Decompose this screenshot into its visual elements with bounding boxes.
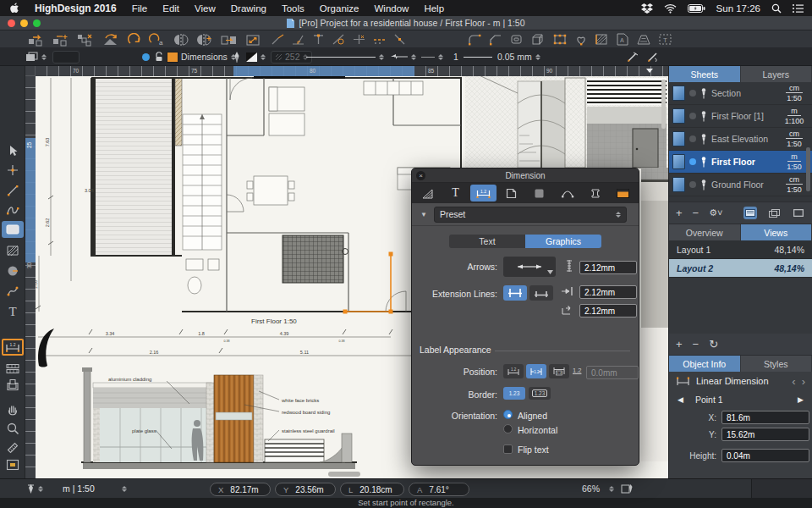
move-copy-icon[interactable]: [28, 33, 45, 47]
line-weight-dropdown[interactable]: 0.05 mm: [497, 48, 540, 65]
sheet-row[interactable]: Ground Floor cm1:50: [669, 174, 812, 196]
selection-handle[interactable]: [343, 310, 348, 314]
fillet-icon[interactable]: [468, 33, 482, 46]
gear-icon[interactable]: ⚙˅: [709, 207, 722, 218]
remove-view-button[interactable]: −: [693, 338, 700, 351]
rotate-icon[interactable]: [128, 33, 141, 47]
line-tool-icon[interactable]: [6, 184, 19, 197]
measure-tool-icon[interactable]: [7, 441, 19, 454]
stepper-icon[interactable]: [41, 54, 47, 60]
endcap-style-dropdown[interactable]: [421, 48, 443, 65]
selected-dimension[interactable]: [343, 252, 393, 314]
position-on-button[interactable]: 1.2: [526, 364, 546, 378]
attributes-icon[interactable]: A: [616, 33, 629, 46]
layer-state-dropdown[interactable]: [25, 48, 47, 65]
x-coordinate-field[interactable]: X82.17m: [210, 483, 271, 496]
offset-icon[interactable]: [510, 33, 524, 46]
extension-overhang-field[interactable]: 2.12mm: [579, 304, 637, 318]
wall-tool-icon[interactable]: [6, 363, 19, 374]
layer-select-dropdown[interactable]: Dimensions: [181, 48, 236, 65]
layer-color-dot[interactable]: [142, 48, 150, 65]
tab-overview[interactable]: Overview: [669, 224, 741, 240]
dimension-tool-icon[interactable]: 1.2: [2, 339, 24, 356]
rotate-copy-icon[interactable]: [102, 33, 120, 47]
active-dot-icon[interactable]: [689, 181, 696, 188]
menu-edit[interactable]: Edit: [162, 3, 179, 14]
furniture-tool-icon[interactable]: [6, 378, 19, 391]
arrow-style-dropdown[interactable]: [503, 257, 556, 277]
spline-tool-icon[interactable]: [6, 284, 19, 298]
text-tool-icon[interactable]: T: [8, 305, 16, 319]
empty-dropdown[interactable]: [52, 48, 80, 65]
menu-organize[interactable]: Organize: [320, 3, 359, 14]
tab-sheet-style-icon[interactable]: [498, 185, 524, 202]
line-style-dropdown[interactable]: [306, 48, 384, 65]
segment-text[interactable]: Text: [449, 235, 525, 248]
next-point-button[interactable]: ▶: [798, 395, 804, 404]
sheet-row[interactable]: East Elevation cm1:50: [669, 128, 812, 151]
view-mode-single-icon[interactable]: [743, 207, 758, 219]
active-dot-icon[interactable]: [689, 113, 696, 119]
refresh-icon[interactable]: ↻: [709, 338, 718, 351]
perspective-icon[interactable]: [636, 33, 651, 46]
tab-fill-style-icon[interactable]: [526, 185, 552, 202]
sheet-row[interactable]: First Floor [1] m1:100: [669, 105, 812, 128]
active-dot-icon[interactable]: [689, 158, 696, 165]
snap-intersection-icon[interactable]: [352, 33, 366, 46]
layer-swatch[interactable]: [167, 48, 178, 65]
selection-handle[interactable]: [389, 252, 393, 257]
y-field[interactable]: 15.62m: [721, 428, 809, 441]
snap-free-icon[interactable]: [271, 33, 285, 46]
sheet-row[interactable]: Section cm1:50: [669, 82, 812, 105]
position-below-button[interactable]: 1.2: [549, 364, 569, 378]
layout-row-selected[interactable]: Layout 248,14%: [669, 259, 812, 278]
close-icon[interactable]: ×: [416, 171, 425, 180]
select-bounds-icon[interactable]: [552, 33, 568, 46]
position-above-button[interactable]: 1.2: [503, 364, 524, 378]
menu-view[interactable]: View: [195, 3, 216, 14]
arrow-style-dropdown[interactable]: [391, 48, 416, 65]
vertical-scrollbar[interactable]: [661, 80, 666, 129]
menu-window[interactable]: Window: [375, 3, 409, 14]
zoom-tool-icon[interactable]: [7, 422, 19, 435]
tab-column-style-icon[interactable]: [582, 185, 608, 202]
extension-gap-field[interactable]: 2.12mm: [579, 285, 637, 299]
snap-midpoint-icon[interactable]: [311, 33, 326, 46]
extension-full-button[interactable]: [503, 285, 527, 301]
rectangle-tool-icon[interactable]: [2, 221, 24, 238]
height-field[interactable]: 0.04m: [721, 449, 809, 462]
border-none-button[interactable]: 1.23: [503, 387, 525, 400]
text-box-icon[interactable]: T: [658, 33, 672, 46]
tab-layers[interactable]: Layers: [741, 66, 812, 82]
style-pen-b-icon[interactable]: [647, 52, 659, 63]
add-sheet-button[interactable]: +: [676, 207, 683, 219]
snap-tangent-icon[interactable]: [332, 33, 346, 46]
tab-dimension-style-icon[interactable]: 1.2: [470, 185, 497, 202]
offset-field[interactable]: 0.0mm: [586, 366, 639, 379]
pen-style-icon[interactable]: [233, 48, 240, 65]
region-icon[interactable]: [574, 33, 588, 46]
scale-stepper[interactable]: [118, 479, 127, 498]
view-mode-tiled-icon[interactable]: [767, 207, 782, 219]
border-box-button[interactable]: 1.23: [529, 387, 551, 400]
length-field[interactable]: L20.18cm: [340, 483, 404, 496]
horizontal-radio[interactable]: [503, 424, 513, 433]
select-tool-icon[interactable]: [6, 144, 19, 157]
aligned-radio[interactable]: [503, 410, 513, 419]
snap-grid-icon[interactable]: [372, 33, 387, 46]
notification-center-icon[interactable]: [793, 3, 804, 13]
apple-icon[interactable]: [10, 3, 19, 14]
tab-text-style-icon[interactable]: T: [442, 185, 469, 202]
app-menu[interactable]: HighDesign 2016: [35, 3, 117, 14]
sheet-row-selected[interactable]: First Floor m1:50: [669, 151, 812, 174]
lock-icon[interactable]: [155, 48, 163, 65]
mirror-icon[interactable]: [173, 33, 189, 47]
active-dot-icon[interactable]: [689, 90, 696, 97]
style-pen-a-icon[interactable]: [627, 52, 639, 63]
sidebar-scrollbar[interactable]: [806, 147, 810, 191]
hatch-tool-icon[interactable]: [6, 245, 19, 257]
next-object-button[interactable]: ›: [802, 376, 805, 387]
pan-hand-icon[interactable]: [7, 403, 19, 416]
menu-drawing[interactable]: Drawing: [231, 3, 266, 14]
active-tool-dropdown[interactable]: [27, 479, 43, 498]
